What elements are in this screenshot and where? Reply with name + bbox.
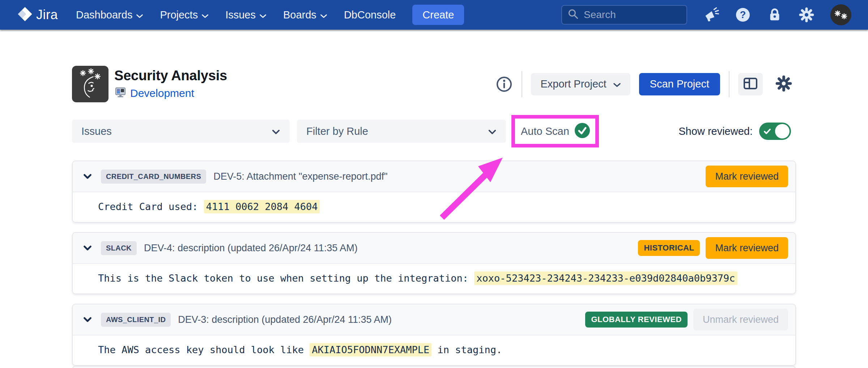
finding-text: This is the Slack token to use when sett… bbox=[98, 273, 474, 284]
finding-card: SLACK DEV-4: description (updated 26/Apr… bbox=[72, 232, 796, 294]
help-icon[interactable]: ? bbox=[735, 7, 751, 23]
nav-item-label: Issues bbox=[225, 9, 256, 21]
issues-dropdown[interactable]: Issues bbox=[72, 120, 290, 143]
page-title: Security Analysis bbox=[114, 68, 227, 84]
chevron-down-icon bbox=[136, 9, 143, 21]
finding-text: in staging. bbox=[431, 344, 502, 355]
next-card-partial bbox=[72, 366, 796, 368]
finding-secret-highlight: xoxo-523423-234243-234233-e039d02840a0b9… bbox=[474, 271, 737, 285]
svg-text:?: ? bbox=[740, 9, 746, 20]
project-avatar bbox=[72, 66, 109, 102]
details-panel-button[interactable] bbox=[738, 73, 763, 95]
main-content: Security Analysis Development bbox=[72, 66, 796, 366]
finding-secret-highlight: 4111 0062 2084 4604 bbox=[204, 200, 320, 213]
nav-item-projects[interactable]: Projects bbox=[160, 9, 209, 21]
finding-body: Credit Card used: 4111 0062 2084 4604 bbox=[73, 192, 795, 222]
finding-text: Credit Card used: bbox=[98, 201, 204, 212]
divider bbox=[522, 71, 522, 97]
header-actions: Export Project Scan Project bbox=[495, 71, 796, 97]
chevron-down-icon bbox=[201, 9, 209, 21]
scan-project-button[interactable]: Scan Project bbox=[639, 73, 720, 95]
issues-dropdown-value: Issues bbox=[81, 125, 112, 137]
finding-secret-highlight: AKIAIO5FODNN7EXAMPLE bbox=[310, 343, 431, 356]
nav-item-boards[interactable]: Boards bbox=[283, 9, 327, 21]
auto-scan-label[interactable]: Auto Scan bbox=[521, 125, 569, 137]
toggle-knob bbox=[775, 124, 790, 138]
chevron-down-icon bbox=[259, 9, 267, 21]
lock-icon[interactable] bbox=[767, 7, 783, 23]
page: Jira Dashboards Projects Issues Boards D… bbox=[0, 0, 868, 368]
search-box[interactable] bbox=[561, 5, 687, 25]
chevron-down-icon bbox=[488, 125, 497, 137]
project-titles: Security Analysis Development bbox=[114, 68, 227, 100]
filter-row: Issues Filter by Rule Auto Scan Show rev… bbox=[72, 115, 796, 147]
finding-card-header: CREDIT_CARD_NUMBERS DEV-5: Attachment "e… bbox=[73, 161, 795, 192]
finding-body: The AWS access key should look like AKIA… bbox=[73, 335, 795, 365]
show-reviewed-group: Show reviewed: bbox=[678, 123, 796, 140]
nav-item-issues[interactable]: Issues bbox=[225, 9, 267, 21]
chevron-down-icon bbox=[613, 78, 621, 90]
nav-item-dbconsole[interactable]: DbConsole bbox=[344, 9, 396, 21]
chevron-down-icon bbox=[320, 9, 327, 21]
nav-item-label: Boards bbox=[283, 9, 316, 21]
finding-body: This is the Slack token to use when sett… bbox=[73, 264, 795, 294]
finding-card-header: SLACK DEV-4: description (updated 26/Apr… bbox=[73, 233, 795, 264]
nav-right: ? bbox=[561, 4, 851, 25]
user-avatar[interactable] bbox=[830, 4, 851, 25]
brand-text: Jira bbox=[36, 7, 58, 22]
unmark-reviewed-button[interactable]: Unmark reviewed bbox=[693, 309, 788, 330]
nav-item-label: Projects bbox=[160, 9, 198, 21]
rule-tag: CREDIT_CARD_NUMBERS bbox=[101, 170, 206, 184]
panel-icon bbox=[742, 75, 759, 93]
chevron-down-icon bbox=[272, 125, 280, 137]
rule-tag: SLACK bbox=[101, 241, 137, 255]
collapse-chevron-icon[interactable] bbox=[81, 242, 94, 254]
check-icon bbox=[763, 128, 771, 136]
create-button[interactable]: Create bbox=[412, 5, 464, 25]
finding-text: The AWS access key should look like bbox=[98, 344, 310, 355]
globally-reviewed-badge: GLOBALLY REVIEWED bbox=[585, 312, 688, 328]
filter-by-rule-dropdown[interactable]: Filter by Rule bbox=[297, 120, 506, 143]
rule-tag: AWS_CLIENT_ID bbox=[101, 313, 171, 327]
finding-card: CREDIT_CARD_NUMBERS DEV-5: Attachment "e… bbox=[72, 161, 796, 223]
gear-icon bbox=[775, 75, 792, 93]
project-link[interactable]: Development bbox=[130, 87, 194, 99]
nav-items: Dashboards Projects Issues Boards DbCons… bbox=[76, 9, 396, 21]
jira-logo-icon bbox=[17, 7, 33, 23]
finding-title: DEV-5: Attachment "expense-report.pdf" bbox=[213, 171, 387, 182]
nav-item-label: Dashboards bbox=[76, 9, 132, 21]
filter-by-rule-value: Filter by Rule bbox=[306, 125, 368, 137]
nav-item-dashboards[interactable]: Dashboards bbox=[76, 9, 143, 21]
search-input[interactable] bbox=[584, 9, 681, 21]
top-nav: Jira Dashboards Projects Issues Boards D… bbox=[0, 0, 868, 30]
mark-reviewed-button[interactable]: Mark reviewed bbox=[706, 237, 788, 259]
collapse-chevron-icon[interactable] bbox=[81, 313, 94, 326]
settings-button[interactable] bbox=[771, 73, 796, 95]
auto-scan-highlight-box: Auto Scan bbox=[511, 115, 599, 147]
nav-item-label: DbConsole bbox=[344, 9, 396, 21]
show-reviewed-label: Show reviewed: bbox=[678, 125, 753, 137]
search-icon bbox=[567, 8, 579, 22]
historical-badge: HISTORICAL bbox=[638, 240, 700, 256]
megaphone-icon[interactable] bbox=[703, 7, 719, 23]
project-category-icon bbox=[114, 86, 127, 100]
show-reviewed-toggle[interactable] bbox=[759, 123, 791, 140]
finding-card-header: AWS_CLIENT_ID DEV-3: description (update… bbox=[73, 304, 795, 335]
divider bbox=[729, 71, 729, 97]
collapse-chevron-icon[interactable] bbox=[81, 170, 94, 183]
finding-title: DEV-3: description (updated 26/Apr/24 11… bbox=[178, 314, 392, 325]
export-project-label: Export Project bbox=[540, 78, 606, 90]
info-icon[interactable] bbox=[495, 76, 513, 93]
gear-icon[interactable] bbox=[799, 7, 814, 23]
export-project-button[interactable]: Export Project bbox=[531, 73, 630, 95]
finding-title: DEV-4: description (updated 26/Apr/24 11… bbox=[144, 243, 358, 254]
auto-scan-check-icon bbox=[574, 123, 590, 140]
jira-logo[interactable]: Jira bbox=[17, 7, 58, 23]
mark-reviewed-button[interactable]: Mark reviewed bbox=[706, 166, 788, 187]
project-header: Security Analysis Development bbox=[72, 66, 796, 102]
finding-card: AWS_CLIENT_ID DEV-3: description (update… bbox=[72, 304, 796, 366]
